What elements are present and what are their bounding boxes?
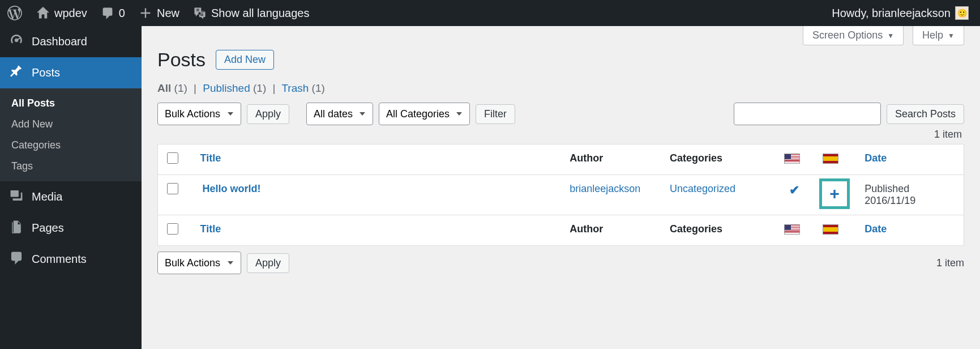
- new-label: New: [157, 7, 179, 20]
- languages-link[interactable]: Show all languages: [186, 0, 316, 26]
- submenu-all-posts[interactable]: All Posts: [0, 93, 142, 114]
- site-name-label: wpdev: [54, 7, 87, 20]
- post-author-link[interactable]: brianleejackson: [570, 183, 640, 194]
- col-title-footer[interactable]: Title: [200, 223, 221, 235]
- lang-en-check-icon[interactable]: ✔: [789, 183, 799, 197]
- posts-table: Title Author Categories Date Hello world…: [157, 144, 964, 246]
- menu-dashboard[interactable]: Dashboard: [0, 26, 142, 57]
- content-body: Screen Options ▼ Help ▼ Posts Add New Al…: [142, 26, 980, 349]
- wp-logo[interactable]: [0, 0, 29, 26]
- select-all-top[interactable]: [167, 152, 178, 164]
- page-title: Posts: [157, 49, 206, 71]
- filter-trash[interactable]: Trash (1): [281, 82, 324, 94]
- category-filter-select[interactable]: All Categories: [379, 103, 470, 125]
- col-author-footer: Author: [570, 223, 603, 235]
- filter-all[interactable]: All (1): [157, 82, 190, 94]
- post-status-filters: All (1) | Published (1) | Trash (1): [157, 82, 964, 95]
- col-date-header[interactable]: Date: [865, 152, 887, 164]
- add-translation-button[interactable]: +: [819, 178, 850, 209]
- page-icon: [9, 219, 24, 237]
- screen-options-label: Screen Options: [812, 29, 883, 41]
- filter-button[interactable]: Filter: [476, 104, 515, 124]
- help-label: Help: [922, 29, 943, 41]
- post-date-status: Published: [865, 183, 955, 195]
- apply-bulk-button[interactable]: Apply: [247, 104, 289, 124]
- post-category-link[interactable]: Uncategorized: [670, 183, 735, 194]
- user-avatar-icon: 🙂: [955, 6, 969, 20]
- tablenav-top: Bulk Actions Apply All dates All Categor…: [157, 103, 964, 125]
- menu-pages[interactable]: Pages: [0, 212, 142, 244]
- table-row: Hello world! brianleejackson Uncategoriz…: [158, 175, 964, 215]
- flag-es-footer-icon[interactable]: [823, 224, 838, 235]
- pin-icon: [9, 64, 24, 82]
- col-title-header[interactable]: Title: [200, 152, 221, 164]
- help-tab[interactable]: Help ▼: [913, 26, 964, 45]
- bulk-actions-select-bottom[interactable]: Bulk Actions: [157, 252, 241, 274]
- submenu-tags[interactable]: Tags: [0, 156, 142, 177]
- comments-link[interactable]: 0: [94, 0, 132, 26]
- date-filter-select[interactable]: All dates: [306, 103, 373, 125]
- admin-toolbar: wpdev 0 New Show all languages Howdy, br…: [0, 0, 980, 26]
- post-title-link[interactable]: Hello world!: [200, 183, 261, 194]
- submenu-posts: All Posts Add New Categories Tags: [0, 88, 142, 181]
- row-select-checkbox[interactable]: [167, 183, 178, 194]
- search-posts-button[interactable]: Search Posts: [887, 104, 964, 124]
- tablenav-bottom: Bulk Actions Apply 1 item: [157, 252, 964, 274]
- select-all-bottom[interactable]: [167, 223, 178, 235]
- post-date-value: 2016/11/19: [865, 195, 955, 207]
- col-categories-header: Categories: [670, 152, 722, 164]
- dashboard-icon: [9, 33, 24, 50]
- col-categories-footer: Categories: [670, 223, 722, 235]
- menu-posts[interactable]: Posts: [0, 57, 142, 88]
- comments-count: 0: [119, 7, 125, 20]
- plus-icon: [139, 6, 152, 20]
- add-new-button[interactable]: Add New: [216, 50, 274, 70]
- menu-pages-label: Pages: [32, 222, 64, 235]
- comment-icon: [101, 6, 114, 20]
- screen-meta-links: Screen Options ▼ Help ▼: [157, 26, 964, 45]
- admin-side-menu: Dashboard Posts All Posts Add New Catego…: [0, 26, 142, 349]
- menu-media[interactable]: Media: [0, 181, 142, 212]
- col-author-header: Author: [570, 152, 603, 164]
- item-count-top: 1 item: [934, 129, 962, 140]
- howdy-label: Howdy, brianleejackson: [832, 7, 951, 20]
- flag-us-icon[interactable]: [784, 154, 800, 164]
- languages-label: Show all languages: [211, 7, 309, 20]
- translation-icon: [193, 6, 207, 20]
- screen-options-tab[interactable]: Screen Options ▼: [803, 26, 904, 45]
- chevron-down-icon: ▼: [887, 32, 894, 40]
- menu-posts-label: Posts: [32, 66, 60, 79]
- filter-published[interactable]: Published (1): [203, 82, 269, 94]
- menu-comments[interactable]: Comments: [0, 244, 142, 275]
- submenu-add-new[interactable]: Add New: [0, 114, 142, 135]
- search-posts-input[interactable]: [734, 103, 881, 125]
- flag-us-footer-icon[interactable]: [784, 224, 800, 235]
- chevron-down-icon: ▼: [948, 32, 955, 40]
- flag-es-icon[interactable]: [823, 154, 838, 164]
- new-content-link[interactable]: New: [132, 0, 186, 26]
- submenu-categories[interactable]: Categories: [0, 135, 142, 156]
- menu-comments-label: Comments: [32, 253, 87, 266]
- plus-icon: +: [829, 185, 840, 202]
- bulk-actions-select[interactable]: Bulk Actions: [157, 103, 241, 125]
- menu-dashboard-label: Dashboard: [32, 35, 87, 48]
- media-icon: [9, 188, 24, 206]
- wordpress-icon: [7, 5, 23, 21]
- col-date-footer[interactable]: Date: [865, 223, 887, 235]
- item-count-bottom: 1 item: [936, 257, 964, 269]
- menu-media-label: Media: [32, 190, 62, 203]
- apply-bulk-button-bottom[interactable]: Apply: [247, 253, 289, 273]
- site-name-link[interactable]: wpdev: [29, 0, 94, 26]
- my-account-link[interactable]: Howdy, brianleejackson 🙂: [825, 0, 975, 26]
- home-icon: [36, 6, 50, 20]
- comment-menu-icon: [9, 250, 24, 268]
